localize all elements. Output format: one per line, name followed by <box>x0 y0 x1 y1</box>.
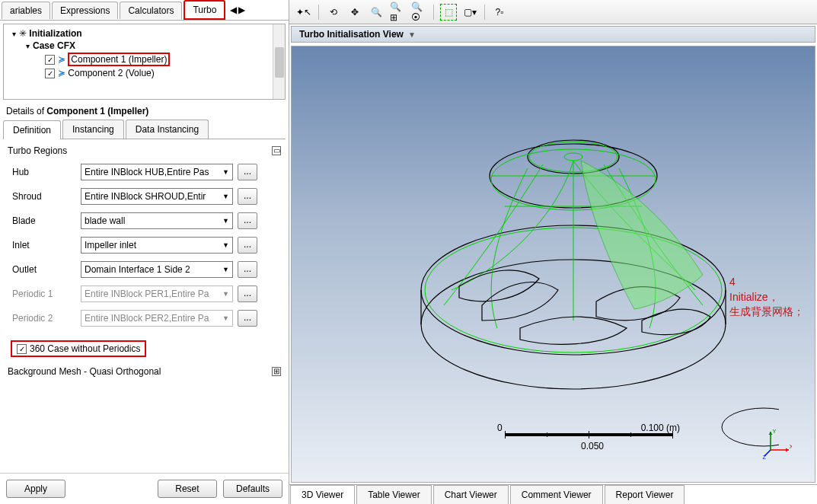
zoom-icon[interactable]: 🔍 <box>368 4 385 21</box>
tree-component2[interactable]: Component 2 (Volue) <box>68 68 154 78</box>
combo-periodic2: Entire INBlock PER2,Entire Pa▼ <box>81 310 233 327</box>
checkbox-360-row[interactable]: ✓ 360 Case without Periodics <box>11 340 146 357</box>
label-periodic1: Periodic 1 <box>12 289 81 299</box>
outline-tabs: ariables Expressions Calculators Turbo ◀… <box>0 0 289 21</box>
group-background-mesh: Background Mesh - Quasi Orthogonal ⊞ <box>6 363 282 380</box>
label-periodic2: Periodic 2 <box>12 313 81 324</box>
svg-text:X: X <box>790 443 792 450</box>
projection-icon[interactable]: ▢▾ <box>461 4 478 21</box>
outline-tree: ▾✳ Initialization ▾Case CFX ✓≽ Component… <box>3 24 286 100</box>
tab-variables[interactable]: ariables <box>2 2 50 19</box>
combo-periodic1: Entire INBlock PER1,Entire Pa▼ <box>81 285 233 302</box>
collapse-group-icon[interactable]: ▭ <box>272 146 281 155</box>
turbo-icon: ≽ <box>58 68 65 78</box>
tab-instancing[interactable]: Instancing <box>62 120 124 139</box>
init-icon: ✳ <box>19 28 27 39</box>
browse-blade[interactable]: ... <box>238 212 257 229</box>
fit-icon[interactable]: 🔍⦿ <box>410 4 427 21</box>
zoom-box-icon[interactable]: 🔍⊞ <box>389 4 406 21</box>
viewport-toolbar: ✦↖ ⟲ ✥ 🔍 🔍⊞ 🔍⦿ ⬚ ▢▾ ?▫ <box>289 0 817 24</box>
tree-case[interactable]: Case CFX <box>33 40 75 51</box>
svg-text:Z: Z <box>763 454 767 459</box>
axis-triad: X Y Z <box>761 429 792 459</box>
browse-outlet[interactable]: ... <box>238 261 257 278</box>
annotation-text: 4 Initialize， 生成背景网格； <box>729 275 804 320</box>
help-icon[interactable]: ?▫ <box>491 4 508 21</box>
tab-3d-viewer[interactable]: 3D Viewer <box>290 485 355 504</box>
apply-button[interactable]: Apply <box>6 480 65 498</box>
impeller-wireframe <box>383 92 779 450</box>
tab-scroll-right-icon[interactable]: ▶ <box>238 5 245 15</box>
group-turbo-regions: Turbo Regions ▭ <box>6 142 282 159</box>
tab-scroll-left-icon[interactable]: ◀ <box>230 5 237 15</box>
tab-chart-viewer[interactable]: Chart Viewer <box>433 485 509 504</box>
browse-inlet[interactable]: ... <box>238 237 257 254</box>
reset-button[interactable]: Reset <box>158 480 217 498</box>
viewer-tabs: 3D Viewer Table Viewer Chart Viewer Comm… <box>289 484 817 504</box>
label-hub: Hub <box>12 167 81 177</box>
tree-scrollbar[interactable] <box>273 24 285 99</box>
browse-periodic2[interactable]: ... <box>238 310 257 327</box>
select-icon[interactable]: ✦↖ <box>295 4 312 21</box>
combo-hub[interactable]: Entire INBlock HUB,Entire Pas▼ <box>81 164 233 180</box>
browse-periodic1[interactable]: ... <box>238 285 257 302</box>
tab-comment-viewer[interactable]: Comment Viewer <box>510 485 603 504</box>
tab-data-instancing[interactable]: Data Instancing <box>126 120 209 139</box>
tab-calculators[interactable]: Calculators <box>120 2 182 19</box>
svg-marker-10 <box>786 448 789 452</box>
label-outlet: Outlet <box>12 264 81 275</box>
scale-bar: 00.100 (m) 0.050 <box>505 423 680 451</box>
tree-initialization[interactable]: Initialization <box>29 28 81 39</box>
browse-hub[interactable]: ... <box>238 164 257 180</box>
browse-shroud[interactable]: ... <box>238 188 257 205</box>
label-blade: Blade <box>12 215 81 226</box>
label-360: 360 Case without Periodics <box>30 343 140 354</box>
turbo-icon: ≽ <box>58 54 65 65</box>
tab-turbo[interactable]: Turbo <box>184 0 225 20</box>
checkbox-comp1[interactable]: ✓ <box>45 55 55 65</box>
checkbox-360[interactable]: ✓ <box>17 344 27 354</box>
defaults-button[interactable]: Defaults <box>223 480 282 498</box>
tab-expressions[interactable]: Expressions <box>52 2 118 19</box>
combo-inlet[interactable]: Impeller inlet▼ <box>81 237 233 254</box>
label-inlet: Inlet <box>12 240 81 250</box>
tab-table-viewer[interactable]: Table Viewer <box>356 485 431 504</box>
tab-report-viewer[interactable]: Report Viewer <box>605 485 685 504</box>
label-shroud: Shroud <box>12 191 81 202</box>
view-title-bar: Turbo Initialisation View▼ <box>291 26 815 43</box>
rotate-icon[interactable]: ⟲ <box>325 4 342 21</box>
collapse-icon[interactable]: ▾ <box>24 42 31 50</box>
checkbox-comp2[interactable]: ✓ <box>45 69 55 78</box>
combo-blade[interactable]: blade wall▼ <box>81 212 233 229</box>
pan-icon[interactable]: ✥ <box>346 4 363 21</box>
tree-component1[interactable]: Component 1 (Impeller) <box>68 53 170 66</box>
highlight-icon[interactable]: ⬚ <box>440 4 457 21</box>
details-tabs: Definition Instancing Data Instancing <box>3 120 286 139</box>
svg-text:Y: Y <box>772 429 776 435</box>
expand-group-icon[interactable]: ⊞ <box>272 367 281 376</box>
dropdown-icon[interactable]: ▼ <box>408 30 416 39</box>
details-header: Details of Component 1 (Impeller) <box>0 103 289 120</box>
svg-point-7 <box>564 153 582 161</box>
tab-definition[interactable]: Definition <box>3 120 61 139</box>
combo-outlet[interactable]: Domain Interface 1 Side 2▼ <box>81 261 233 278</box>
3d-viewport[interactable]: 4 Initialize， 生成背景网格； 00.100 (m) 0.050 X… <box>291 46 815 483</box>
combo-shroud[interactable]: Entire INBlock SHROUD,Entir▼ <box>81 188 233 205</box>
collapse-icon[interactable]: ▾ <box>10 30 18 38</box>
